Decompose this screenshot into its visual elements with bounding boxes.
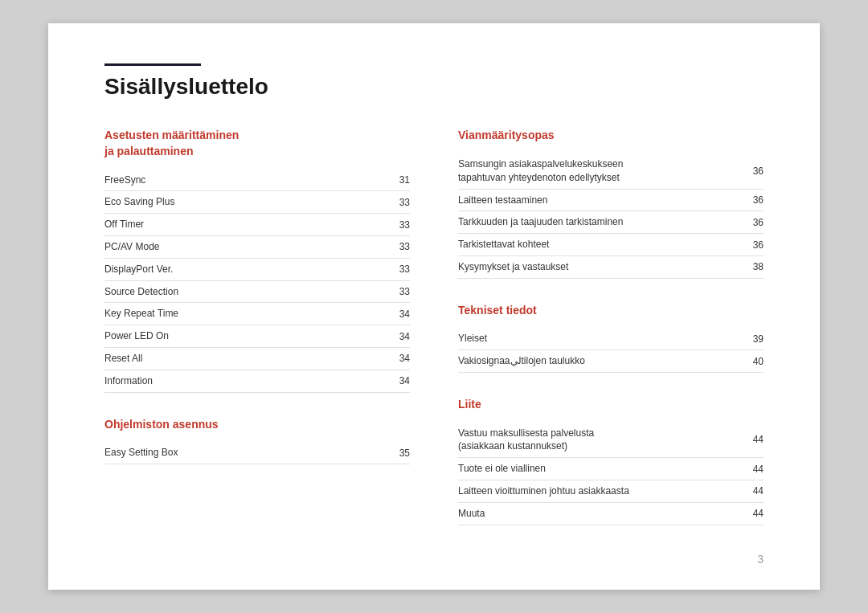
table-row: DisplayPort Ver.33 — [104, 258, 410, 280]
table-row: Power LED On34 — [104, 325, 410, 348]
toc-page: 44 — [739, 502, 764, 525]
left-table-1: Easy Setting Box35 — [104, 442, 410, 464]
page-number: 3 — [757, 553, 764, 566]
toc-page: 34 — [386, 370, 410, 392]
table-row: FreeSync31 — [104, 170, 410, 191]
toc-page: 44 — [739, 480, 764, 502]
right-section-title-1: Tekniset tiedot — [458, 303, 764, 319]
toc-label: DisplayPort Ver. — [104, 258, 386, 280]
toc-page: 34 — [386, 325, 410, 348]
right-table-1: Yleiset39Vakiosignaaليtilojen taulukko40 — [458, 328, 764, 373]
toc-page: 44 — [739, 423, 764, 458]
right-section-0: VianmääritysopasSamsungin asiakaspalvelu… — [458, 128, 764, 278]
toc-label: Key Repeat Time — [104, 303, 386, 325]
right-section-title-0: Vianmääritysopas — [458, 128, 764, 144]
toc-label: Easy Setting Box — [104, 442, 386, 464]
table-row: PC/AV Mode33 — [104, 236, 410, 259]
table-row: Easy Setting Box35 — [104, 442, 410, 464]
page-title: Sisällysluettelo — [104, 74, 764, 100]
toc-page: 38 — [739, 256, 764, 279]
toc-page: 36 — [739, 234, 764, 256]
table-row: Laitteen vioittuminen johtuu asiakkaasta… — [458, 480, 764, 502]
toc-label: Source Detection — [104, 280, 386, 303]
table-row: Information34 — [104, 370, 410, 392]
toc-page: 33 — [386, 280, 410, 303]
toc-label: Tuote ei ole viallinen — [458, 458, 739, 480]
toc-page: 34 — [386, 347, 410, 370]
table-row: Eco Saving Plus33 — [104, 191, 410, 214]
right-section-2: LiiteVastuu maksullisesta palvelusta (as… — [458, 397, 764, 525]
right-table-2: Vastuu maksullisesta palvelusta (asiakka… — [458, 423, 764, 525]
table-row: Tarkistettavat kohteet36 — [458, 234, 764, 256]
toc-label: Information — [104, 370, 386, 392]
toc-label: Tarkistettavat kohteet — [458, 234, 739, 256]
table-row: Off Timer33 — [104, 214, 410, 236]
left-section-title-0: Asetusten määrittäminen ja palauttaminen — [104, 128, 410, 159]
table-row: Vastuu maksullisesta palvelusta (asiakka… — [458, 423, 764, 458]
right-table-0: Samsungin asiakaspalvelukeskukseen tapah… — [458, 153, 764, 279]
left-section-0: Asetusten määrittäminen ja palauttaminen… — [104, 128, 410, 392]
toc-label: Eco Saving Plus — [104, 191, 386, 214]
toc-page: 39 — [739, 328, 764, 349]
left-section-title-1: Ohjelmiston asennus — [104, 417, 410, 433]
table-row: Kysymykset ja vastaukset38 — [458, 256, 764, 279]
toc-page: 44 — [739, 458, 764, 480]
toc-label: Power LED On — [104, 325, 386, 348]
toc-label: Laitteen vioittuminen johtuu asiakkaasta — [458, 480, 739, 502]
toc-label: Kysymykset ja vastaukset — [458, 256, 739, 279]
table-row: Tuote ei ole viallinen44 — [458, 458, 764, 480]
toc-page: 35 — [386, 442, 410, 464]
toc-page: 36 — [739, 211, 764, 234]
toc-label: Vastuu maksullisesta palvelusta (asiakka… — [458, 423, 739, 458]
right-section-1: Tekniset tiedotYleiset39Vakiosignaaليtil… — [458, 303, 764, 373]
table-row: Muuta44 — [458, 502, 764, 525]
toc-page: 36 — [739, 189, 764, 211]
toc-page: 33 — [386, 191, 410, 214]
toc-page: 40 — [739, 350, 764, 373]
toc-label: Reset All — [104, 347, 386, 370]
toc-label: Vakiosignaaليtilojen taulukko — [458, 350, 739, 373]
toc-label: Muuta — [458, 502, 739, 525]
toc-label: PC/AV Mode — [104, 236, 386, 259]
toc-page: 33 — [386, 236, 410, 259]
toc-page: 33 — [386, 258, 410, 280]
toc-page: 31 — [386, 170, 410, 191]
table-row: Key Repeat Time34 — [104, 303, 410, 325]
table-row: Samsungin asiakaspalvelukeskukseen tapah… — [458, 153, 764, 189]
toc-page: 34 — [386, 303, 410, 325]
content-grid: Asetusten määrittäminen ja palauttaminen… — [104, 128, 764, 549]
toc-page: 36 — [739, 153, 764, 189]
right-column: VianmääritysopasSamsungin asiakaspalvelu… — [458, 128, 764, 549]
right-section-title-2: Liite — [458, 397, 764, 413]
toc-page: 33 — [386, 214, 410, 236]
left-column: Asetusten määrittäminen ja palauttaminen… — [104, 128, 410, 549]
toc-label: Tarkkuuden ja taajuuden tarkistaminen — [458, 211, 739, 234]
table-row: Tarkkuuden ja taajuuden tarkistaminen36 — [458, 211, 764, 234]
table-row: Laitteen testaaminen36 — [458, 189, 764, 211]
table-row: Source Detection33 — [104, 280, 410, 303]
table-row: Reset All34 — [104, 347, 410, 370]
toc-label: FreeSync — [104, 170, 386, 191]
toc-label: Laitteen testaaminen — [458, 189, 739, 211]
page: Sisällysluettelo Asetusten määrittäminen… — [48, 23, 820, 589]
toc-label: Yleiset — [458, 328, 739, 349]
title-bar — [104, 63, 201, 66]
toc-label: Samsungin asiakaspalvelukeskukseen tapah… — [458, 153, 739, 189]
left-table-0: FreeSync31Eco Saving Plus33Off Timer33PC… — [104, 170, 410, 393]
table-row: Yleiset39 — [458, 328, 764, 349]
left-section-1: Ohjelmiston asennusEasy Setting Box35 — [104, 417, 410, 464]
table-row: Vakiosignaaليtilojen taulukko40 — [458, 350, 764, 373]
toc-label: Off Timer — [104, 214, 386, 236]
